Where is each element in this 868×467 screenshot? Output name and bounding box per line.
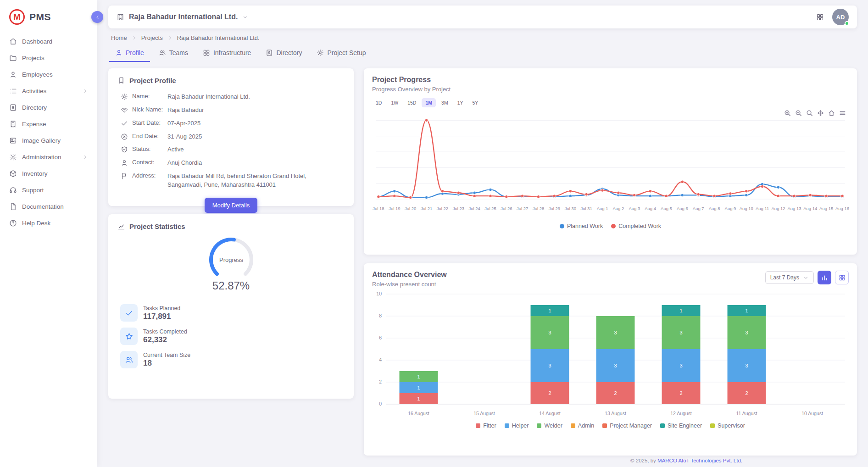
legend-item[interactable]: Site Engineer bbox=[660, 423, 702, 429]
legend-item[interactable]: Project Manager bbox=[602, 423, 652, 429]
legend-item[interactable]: Supervisor bbox=[710, 423, 745, 429]
svg-text:Aug 14: Aug 14 bbox=[803, 206, 817, 211]
sidebar-item-dashboard[interactable]: Dashboard bbox=[5, 34, 93, 49]
tab-profile[interactable]: Profile bbox=[109, 45, 150, 62]
user-icon bbox=[9, 71, 17, 78]
sidebar-item-support[interactable]: Support bbox=[5, 183, 93, 198]
check-icon bbox=[121, 120, 128, 127]
card-title: Project Statistics bbox=[129, 222, 185, 230]
attendance-overview-card: Attendance Overview Role-wise present co… bbox=[364, 263, 857, 456]
headset-icon bbox=[9, 186, 17, 194]
field-label: Start Date: bbox=[132, 119, 163, 126]
sidebar-item-directory[interactable]: Directory bbox=[5, 100, 93, 115]
legend-marker bbox=[537, 423, 541, 428]
range-3m[interactable]: 3M bbox=[438, 98, 452, 107]
user-avatar[interactable]: AD bbox=[832, 9, 849, 25]
legend-item[interactable]: Fitter bbox=[476, 423, 496, 429]
range-5y[interactable]: 5Y bbox=[468, 98, 482, 107]
selection-zoom-icon[interactable] bbox=[806, 110, 813, 117]
range-1y[interactable]: 1Y bbox=[454, 98, 467, 107]
breadcrumb-projects[interactable]: Projects bbox=[141, 34, 163, 41]
svg-text:Jul 28: Jul 28 bbox=[533, 206, 544, 211]
legend-item[interactable]: Helper bbox=[505, 423, 529, 429]
svg-text:Aug 12: Aug 12 bbox=[772, 206, 785, 211]
tab-infrastructure[interactable]: Infrastructure bbox=[197, 45, 257, 62]
svg-text:3: 3 bbox=[679, 363, 682, 368]
sidebar-item-label: Dashboard bbox=[22, 38, 52, 45]
tab-label: Project Setup bbox=[327, 49, 366, 56]
card-title: Attendance Overview bbox=[372, 271, 447, 279]
project-profile-card: Project Profile Name: Raja Bahadur Inter… bbox=[108, 68, 354, 206]
attendance-range-select[interactable]: Last 7 Days bbox=[765, 271, 814, 284]
flag-icon bbox=[121, 172, 128, 180]
svg-text:Jul 23: Jul 23 bbox=[453, 206, 464, 211]
sidebar-item-expense[interactable]: Expense bbox=[5, 117, 93, 132]
sidebar-item-label: Projects bbox=[22, 55, 45, 61]
card-title: Project Profile bbox=[129, 77, 176, 84]
company-selector[interactable]: Raja Bahadur International Ltd. bbox=[117, 13, 248, 21]
legend-marker bbox=[571, 423, 575, 428]
home-reset-icon[interactable] bbox=[828, 110, 835, 117]
range-1d[interactable]: 1D bbox=[372, 98, 385, 107]
sidebar-item-label: Support bbox=[22, 187, 44, 194]
field-end-date: End Date: 31-Aug-2025 bbox=[117, 130, 345, 144]
sidebar-item-label: Documentation bbox=[22, 203, 64, 210]
svg-text:3: 3 bbox=[745, 363, 748, 368]
legend-item[interactable]: Planned Work bbox=[560, 223, 603, 229]
sidebar-item-label: Employees bbox=[22, 71, 53, 78]
svg-text:Jul 26: Jul 26 bbox=[501, 206, 512, 211]
svg-text:12 August: 12 August bbox=[670, 411, 692, 416]
image-icon bbox=[9, 137, 17, 145]
range-1w[interactable]: 1W bbox=[387, 98, 402, 107]
modify-details-button[interactable]: Modify Details bbox=[205, 198, 258, 213]
tab-directory[interactable]: Directory bbox=[260, 45, 308, 62]
footer-company-link[interactable]: MARCO AIoT Technologies Pvt. Ltd. bbox=[657, 458, 742, 463]
table-view-button[interactable] bbox=[835, 271, 849, 284]
project-progress-card: Project Progress Progress Overview by Pr… bbox=[364, 68, 857, 255]
card-header: Project Profile bbox=[117, 77, 345, 84]
legend-item[interactable]: Welder bbox=[537, 423, 562, 429]
sidebar-item-administration[interactable]: Administration bbox=[5, 150, 93, 165]
svg-text:8: 8 bbox=[379, 313, 382, 318]
svg-text:2: 2 bbox=[745, 390, 748, 396]
sidebar-item-employees[interactable]: Employees bbox=[5, 67, 93, 82]
star-icon bbox=[120, 328, 138, 345]
sidebar-item-documentation[interactable]: Documentation bbox=[5, 199, 93, 214]
svg-text:Jul 18: Jul 18 bbox=[373, 206, 384, 211]
legend-label: Admin bbox=[578, 423, 594, 429]
svg-text:1: 1 bbox=[679, 308, 682, 313]
progress-line-chart[interactable]: Jul 18Jul 19Jul 20Jul 21Jul 22Jul 23Jul … bbox=[372, 108, 849, 223]
svg-text:Aug 4: Aug 4 bbox=[645, 206, 656, 211]
pan-icon[interactable] bbox=[817, 110, 824, 117]
tab-project-setup[interactable]: Project Setup bbox=[311, 45, 372, 62]
menu-icon[interactable] bbox=[839, 110, 846, 117]
sidebar-item-projects[interactable]: Projects bbox=[5, 50, 93, 66]
tab-teams[interactable]: Teams bbox=[153, 45, 194, 62]
bar-view-button[interactable] bbox=[818, 271, 831, 284]
sidebar-collapse-button[interactable] bbox=[91, 11, 103, 23]
svg-text:Aug 8: Aug 8 bbox=[709, 206, 720, 211]
range-1m[interactable]: 1M bbox=[422, 98, 436, 107]
sidebar-item-inventory[interactable]: Inventory bbox=[5, 166, 93, 181]
svg-text:Aug 2: Aug 2 bbox=[613, 206, 624, 211]
legend-item[interactable]: Admin bbox=[571, 423, 594, 429]
home-icon bbox=[9, 38, 17, 45]
legend-item[interactable]: Completed Work bbox=[611, 223, 661, 229]
sidebar-item-label: Image Gallery bbox=[22, 137, 61, 144]
svg-text:2: 2 bbox=[548, 390, 551, 396]
zoom-in-icon[interactable] bbox=[784, 110, 791, 117]
svg-text:Aug 13: Aug 13 bbox=[787, 206, 801, 211]
chevron-right-icon bbox=[82, 88, 88, 94]
range-15d[interactable]: 15D bbox=[404, 98, 420, 107]
sidebar-item-help-desk[interactable]: Help Desk bbox=[5, 216, 93, 231]
breadcrumb-home[interactable]: Home bbox=[111, 34, 127, 41]
sidebar-item-image-gallery[interactable]: Image Gallery bbox=[5, 133, 93, 148]
apps-grid-icon[interactable] bbox=[816, 13, 824, 21]
tab-label: Directory bbox=[276, 49, 302, 56]
sidebar-item-activities[interactable]: Activities bbox=[5, 83, 93, 99]
svg-text:Jul 25: Jul 25 bbox=[484, 206, 496, 211]
svg-text:Jul 22: Jul 22 bbox=[437, 206, 448, 211]
topbar: Raja Bahadur International Ltd. AD bbox=[108, 6, 857, 28]
sidebar-item-label: Directory bbox=[22, 104, 47, 111]
zoom-out-icon[interactable] bbox=[795, 110, 802, 117]
